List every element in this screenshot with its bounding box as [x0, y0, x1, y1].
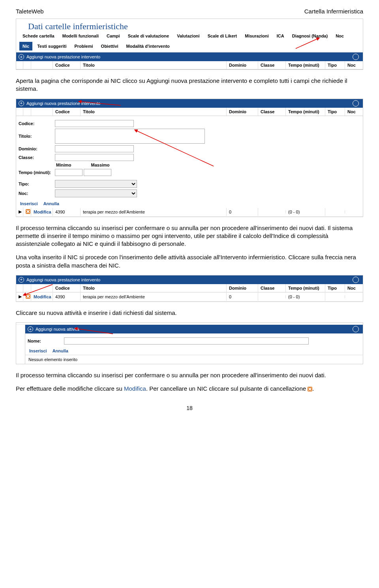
screenshot-tabs: Dati cartelle infermieristiche Schede ca…: [16, 19, 363, 70]
label-tipo: Tipo:: [19, 182, 55, 186]
input-titolo[interactable]: [55, 129, 205, 144]
doc-header-left: TaleteWeb: [16, 8, 44, 15]
tab-testi-suggeriti[interactable]: Testi suggeriti: [34, 42, 69, 51]
add-bar[interactable]: + Aggiungi nuova prestazione intervento: [16, 275, 363, 284]
add-label: Aggiungi nuova attività: [36, 327, 79, 331]
screenshot-form: + Aggiungi nuova prestazione intervento …: [16, 99, 363, 217]
delete-icon[interactable]: [26, 209, 30, 214]
paragraph: Per effettuare delle modifiche cliccare …: [16, 385, 363, 393]
column-headers: Codice Titolo Dominio Classe Tempo (minu…: [16, 108, 363, 116]
tab-campi[interactable]: Campi: [103, 32, 123, 40]
expand-arrow-icon[interactable]: ▶: [19, 209, 22, 214]
input-min[interactable]: [55, 169, 83, 176]
annulla-button[interactable]: Annulla: [43, 201, 59, 206]
delete-icon[interactable]: [26, 294, 30, 299]
label-classe: Classe:: [19, 155, 55, 160]
paragraph: Aperta la pagina che corrisponde ai NIC …: [16, 77, 363, 93]
label-codice: Codice:: [19, 121, 55, 126]
plus-icon: +: [28, 326, 33, 332]
paragraph: Cliccare su nuova attività e inserire i …: [16, 309, 363, 317]
input-classe[interactable]: [55, 154, 134, 161]
modifica-link[interactable]: Modifica: [31, 293, 53, 301]
tab-scale-di-valutazione[interactable]: Scale di valutazione: [125, 32, 173, 40]
label-nome: Nome:: [28, 339, 64, 343]
column-headers: Codice Titolo Dominio Classe Tempo (minu…: [16, 284, 363, 292]
add-bar[interactable]: + Aggiungi nuova prestazione intervento: [16, 99, 363, 108]
tab-modelli-funzionali[interactable]: Modelli funzionali: [59, 32, 102, 40]
input-max[interactable]: [84, 169, 111, 176]
label-max: Massimo: [91, 163, 110, 167]
tab-modalit-d-intervento[interactable]: Modalità d'intervento: [123, 42, 173, 51]
plus-icon: +: [19, 277, 24, 283]
refresh-icon[interactable]: [353, 54, 359, 60]
page-title: Dati cartelle infermieristiche: [16, 19, 363, 30]
refresh-icon[interactable]: [353, 100, 359, 107]
add-label: Aggiungi nuova prestazione intervento: [26, 277, 100, 282]
paragraph: Il processo termina cliccando su inseris…: [16, 371, 363, 379]
label-dominio: Dominio:: [19, 146, 55, 151]
modifica-link[interactable]: Modifica: [31, 208, 53, 216]
input-nome[interactable]: [64, 337, 309, 345]
tab-scale-di-likert[interactable]: Scale di Likert: [205, 32, 240, 40]
plus-icon: +: [19, 54, 24, 60]
tab-nic[interactable]: Nic: [19, 42, 32, 51]
select-tipo[interactable]: [55, 180, 137, 188]
input-dominio[interactable]: [55, 145, 134, 152]
label-noc: Noc:: [19, 191, 55, 196]
empty-message: Nessun elemento inserito: [25, 355, 363, 364]
tabs-row: Schede cartellaModelli funzionaliCampiSc…: [16, 30, 363, 52]
page-number: 18: [16, 405, 363, 411]
refresh-icon[interactable]: [353, 326, 359, 332]
modifica-text: Modifica: [124, 385, 146, 392]
tab-diagnosi-nanda-[interactable]: Diagnosi (Nanda): [289, 32, 331, 40]
tab-schede-cartella[interactable]: Schede cartella: [19, 32, 58, 40]
column-headers: Codice Titolo Dominio Classe Tempo (minu…: [16, 61, 363, 69]
add-label: Aggiungi nuova prestazione intervento: [26, 101, 100, 106]
tab-noc[interactable]: Noc: [332, 32, 347, 40]
tab-problemi[interactable]: Problemi: [71, 42, 96, 51]
tab-misurazioni[interactable]: Misurazioni: [242, 32, 272, 40]
delete-icon: [308, 387, 312, 391]
inserisci-button[interactable]: Inserisci: [20, 201, 38, 206]
paragraph: Il processo termina cliccando su inseris…: [16, 224, 363, 248]
inserisci-button[interactable]: Inserisci: [29, 348, 47, 353]
tab-valutazioni[interactable]: Valutazioni: [174, 32, 203, 40]
add-activity-bar[interactable]: + Aggiungi nuova attività: [25, 325, 363, 333]
label-min: Minimo: [56, 163, 71, 167]
input-codice[interactable]: [55, 120, 134, 127]
add-label: Aggiungi nuova prestazione intervento: [26, 54, 100, 59]
table-row: ▶ Modifica 4390 terapia per mezzo dell'A…: [16, 292, 363, 301]
paragraph: Una volta inserito il NIC si procede con…: [16, 253, 363, 270]
select-noc[interactable]: [55, 189, 137, 197]
refresh-icon[interactable]: [353, 277, 359, 283]
annulla-button[interactable]: Annulla: [53, 348, 68, 353]
expand-arrow-icon[interactable]: ▶: [19, 294, 22, 299]
label-tempo: Tempo (minuti):: [19, 170, 55, 175]
tab-obiettivi[interactable]: Obiettivi: [98, 42, 122, 51]
screenshot-row: + Aggiungi nuova prestazione intervento …: [16, 275, 363, 302]
screenshot-activity: + Aggiungi nuova attività Nome: Inserisc…: [16, 322, 363, 364]
plus-icon: +: [19, 101, 24, 106]
doc-header-right: Cartella Infermieristica: [304, 8, 363, 15]
table-row: ▶ Modifica 4390 terapia per mezzo dell'A…: [16, 208, 363, 217]
tab-ica[interactable]: ICA: [274, 32, 287, 40]
add-bar[interactable]: + Aggiungi nuova prestazione intervento: [16, 52, 363, 61]
label-titolo: Titolo:: [19, 134, 55, 139]
